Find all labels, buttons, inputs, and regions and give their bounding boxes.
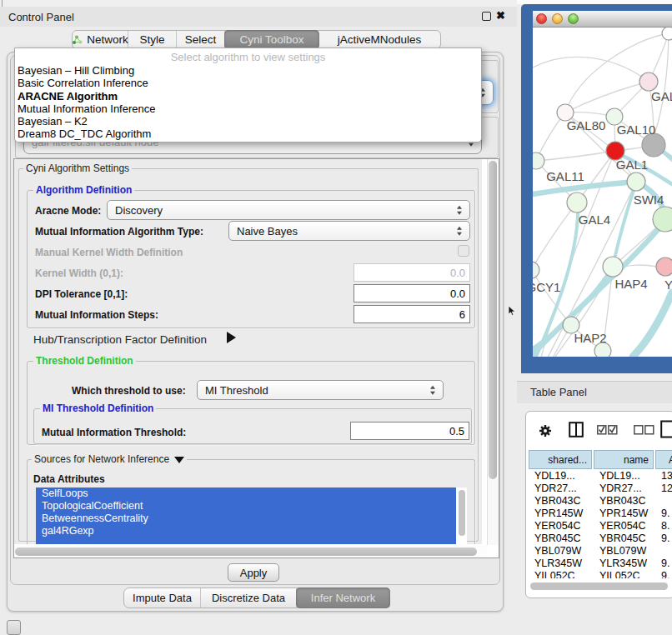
table-cell[interactable]: 8. — [661, 520, 669, 532]
sources-collapse-icon[interactable] — [174, 457, 184, 463]
columns-icon[interactable] — [569, 422, 584, 438]
list-vscrollbar-thumb[interactable] — [459, 490, 465, 536]
table-cell[interactable]: YLR345W — [534, 558, 582, 569]
algorithm-dropdown-list: Bayesian – Hill ClimbingBasic Correlatio… — [15, 64, 481, 141]
dropdown-item[interactable]: ARACNE Algorithm — [15, 90, 481, 102]
table-panel-title: Table Panel — [530, 386, 587, 398]
network-node[interactable] — [642, 133, 665, 157]
gear-icon[interactable] — [539, 424, 552, 438]
table-cell[interactable]: YIL052C — [534, 570, 575, 578]
dropdown-item[interactable]: Bayesian – K2 — [15, 115, 481, 128]
new-table-icon[interactable] — [660, 420, 672, 438]
dropdown-item[interactable]: Basic Correlation Inference — [15, 77, 481, 89]
table-cell[interactable]: YPR145W — [599, 508, 648, 519]
table-cell[interactable]: YBR045C — [599, 532, 646, 544]
table-cell[interactable]: YBR045C — [534, 532, 581, 544]
data-attribute-item[interactable]: BetweennessCentrality — [36, 512, 456, 525]
table-cell[interactable]: YDR27... — [534, 482, 577, 494]
top-edge-line — [2, 0, 3, 7]
table-column-header[interactable]: A — [655, 450, 672, 469]
tab-cyni-toolbox[interactable]: Cyni Toolbox — [224, 30, 319, 49]
data-attribute-item[interactable]: TopologicalCoefficient — [36, 500, 456, 512]
close-icon[interactable]: ✖ — [496, 9, 505, 22]
network-node[interactable] — [603, 257, 623, 277]
network-node-label: SWI4 — [634, 192, 664, 207]
mi-steps-value: 6 — [459, 308, 465, 321]
table-cell[interactable]: YDL19... — [534, 470, 575, 482]
table-cell[interactable]: YIL052C — [599, 570, 640, 578]
table-column-header[interactable]: shared... — [529, 450, 592, 469]
table-cell[interactable]: 9. — [661, 558, 669, 569]
table-hscrollbar-thumb[interactable] — [530, 582, 668, 590]
network-node[interactable] — [662, 28, 672, 40]
table-cell[interactable]: 13 — [661, 470, 672, 482]
traffic-light-zoom-icon[interactable] — [568, 13, 579, 24]
table-cell[interactable]: 12 — [661, 482, 672, 494]
aracne-mode-combo[interactable]: Discovery — [107, 200, 470, 220]
hub-expand-icon[interactable] — [227, 332, 236, 343]
table-cell[interactable]: 9. — [661, 508, 669, 519]
network-node[interactable] — [656, 258, 672, 276]
tab-select[interactable]: Select — [177, 31, 225, 48]
panel-collapse-button[interactable] — [7, 620, 21, 635]
tab-discretize-data[interactable]: Discretize Data — [201, 588, 297, 608]
apply-button[interactable]: Apply — [228, 563, 279, 582]
table-column-header[interactable]: name — [594, 450, 654, 469]
network-node[interactable] — [533, 262, 539, 278]
table-cell[interactable]: YLR345W — [599, 558, 647, 569]
mi-steps-label: Mutual Information Steps: — [35, 309, 158, 321]
kernel-width-field[interactable]: 0.0 — [354, 263, 470, 282]
hub-definition-label[interactable]: Hub/Transcription Factor Definition — [33, 333, 207, 346]
dropdown-item[interactable]: Bayesian – Hill Climbing — [15, 64, 481, 77]
mi-steps-field[interactable]: 6 — [354, 305, 470, 323]
mi-threshold-group-title: MI Threshold Definition — [40, 403, 156, 414]
mi-threshold-field[interactable]: 0.5 — [350, 422, 469, 440]
table-cell[interactable]: YBR043C — [599, 495, 646, 507]
traffic-light-minimize-icon[interactable] — [552, 13, 563, 24]
tab-impute-data[interactable]: Impute Data — [124, 588, 201, 608]
float-icon[interactable] — [482, 12, 491, 21]
network-node[interactable] — [627, 172, 645, 191]
table-cell[interactable]: 9. — [661, 570, 669, 578]
table-cell[interactable]: YER054C — [599, 520, 646, 532]
tab-label: Infer Network — [311, 592, 375, 604]
table-cell[interactable]: YBL079W — [599, 545, 646, 557]
manual-kernel-checkbox[interactable] — [458, 245, 469, 257]
data-attribute-item[interactable]: gal4RGexp — [36, 525, 456, 538]
tab-jactivemnodules[interactable]: jActiveMNodules — [318, 31, 440, 48]
sources-group-title[interactable]: Sources for Network Inference — [32, 454, 187, 465]
traffic-light-close-icon[interactable] — [536, 13, 547, 24]
dropdown-item[interactable]: Dream8 DC_TDC Algorithm — [15, 128, 481, 140]
tab-label: Network — [87, 33, 128, 46]
tab-infer-network[interactable]: Infer Network — [296, 588, 390, 608]
data-attributes-list[interactable]: SelfLoopsTopologicalCoefficientBetweenne… — [36, 488, 467, 544]
settings-vscrollbar-thumb[interactable] — [489, 161, 497, 479]
select-all-icon[interactable] — [597, 425, 618, 435]
tab-label: Impute Data — [133, 592, 192, 604]
network-node-label: GAL11 — [546, 169, 584, 183]
data-attribute-item[interactable]: SelfLoops — [36, 488, 456, 500]
kernel-width-value: 0.0 — [450, 267, 465, 279]
table-cell[interactable]: 9. — [661, 532, 669, 544]
network-node[interactable] — [533, 152, 544, 169]
settings-hscrollbar-thumb[interactable] — [15, 548, 477, 556]
network-node[interactable] — [567, 192, 587, 212]
table-cell[interactable]: YDR27... — [599, 482, 642, 494]
table-cell[interactable]: YDL19... — [599, 470, 640, 482]
table-cell[interactable]: YPR145W — [534, 508, 583, 519]
tab-network[interactable]: Network — [73, 31, 128, 48]
table-cell[interactable]: YBL079W — [534, 545, 581, 557]
dropdown-item[interactable]: Mutual Information Inference — [15, 102, 481, 115]
dpi-tolerance-field[interactable]: 0.0 — [354, 284, 470, 302]
network-node[interactable] — [639, 72, 658, 91]
deselect-all-icon[interactable] — [634, 425, 654, 435]
tab-style[interactable]: Style — [128, 31, 177, 48]
network-canvas[interactable]: GALGAL80GAL10GAL1SWI4GAL11GAL4GCY1HAP4YH… — [533, 28, 672, 357]
mi-type-combo[interactable]: Naive Bayes — [228, 221, 470, 241]
tab-label: Cyni Toolbox — [239, 33, 303, 46]
dpi-tolerance-value: 0.0 — [450, 288, 465, 300]
network-node-label: GCY1 — [533, 280, 560, 294]
table-cell[interactable]: YER054C — [534, 520, 581, 532]
table-cell[interactable]: YBR043C — [534, 495, 581, 507]
which-threshold-combo[interactable]: MI Threshold — [197, 380, 444, 400]
